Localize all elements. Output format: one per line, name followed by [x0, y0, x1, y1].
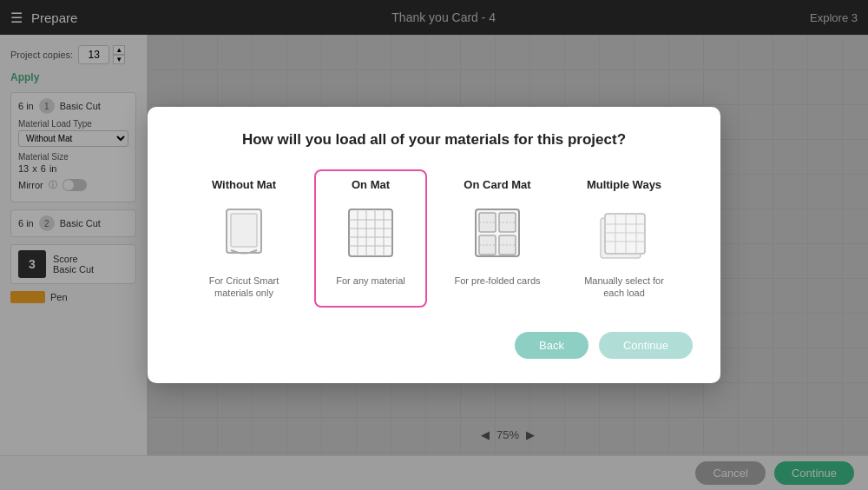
on-card-mat-icon: [467, 202, 528, 263]
option-without-mat-label: Without Mat: [212, 178, 276, 191]
option-multiple-ways[interactable]: Multiple Ways Manually: [568, 169, 681, 308]
option-on-mat[interactable]: On Mat Fo: [314, 169, 427, 308]
dialog-options: Without Mat For Cricut Smart materials o…: [175, 169, 693, 308]
option-on-mat-desc: For any material: [336, 275, 404, 287]
continue-dialog-button[interactable]: Continue: [599, 332, 693, 359]
on-mat-icon: [340, 202, 401, 263]
option-on-card-mat[interactable]: On Card Mat: [441, 169, 554, 308]
svg-rect-21: [605, 214, 645, 254]
option-multiple-ways-icon-box: [589, 198, 659, 268]
option-multiple-ways-desc: Manually select for each load: [576, 275, 672, 300]
option-on-mat-icon-box: [336, 198, 405, 268]
option-on-card-mat-icon-box: [463, 198, 532, 268]
svg-rect-1: [231, 214, 257, 247]
option-on-mat-label: On Mat: [352, 178, 390, 191]
back-button[interactable]: Back: [515, 332, 589, 359]
option-without-mat-icon-box: [209, 198, 279, 268]
without-mat-icon: [214, 202, 274, 263]
option-on-card-mat-label: On Card Mat: [464, 178, 530, 191]
option-multiple-ways-label: Multiple Ways: [587, 178, 661, 191]
dialog-title: How will you load all of your materials …: [175, 131, 693, 149]
dialog-footer: Back Continue: [175, 332, 693, 359]
svg-rect-2: [349, 209, 392, 256]
option-without-mat[interactable]: Without Mat For Cricut Smart materials o…: [187, 169, 300, 308]
modal-overlay: How will you load all of your materials …: [0, 0, 868, 490]
multiple-ways-icon: [594, 202, 654, 263]
option-on-card-mat-desc: For pre-folded cards: [454, 275, 540, 287]
dialog: How will you load all of your materials …: [148, 107, 720, 384]
option-without-mat-desc: For Cricut Smart materials only: [196, 275, 292, 300]
